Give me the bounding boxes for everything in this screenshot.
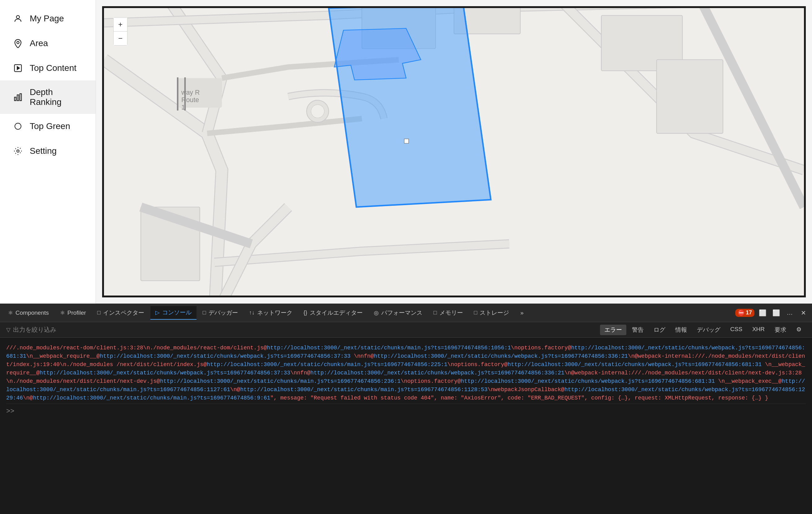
- svg-rect-17: [657, 60, 723, 133]
- stack-link[interactable]: http://localhost:3000/_next/static/chunk…: [99, 353, 350, 359]
- devtools-toolbar: ⚛ Components ⚛ Profiler □ インスペクター ▷ コンソー…: [0, 304, 812, 322]
- tab-label: コンソール: [162, 309, 192, 317]
- dock-bottom-button[interactable]: ⬜: [757, 307, 768, 318]
- zoom-controls: + −: [113, 17, 127, 46]
- leaf-icon: [12, 121, 24, 132]
- performance-icon: ◎: [374, 310, 379, 316]
- svg-marker-3: [17, 66, 20, 69]
- tab-performance[interactable]: ◎ パフォーマンス: [369, 306, 427, 320]
- react-icon: ⚛: [8, 310, 13, 316]
- tab-label: ストレージ: [480, 309, 509, 317]
- svg-rect-4: [14, 97, 16, 101]
- secondary-buttons: エラー 警告 ログ 情報 デバッグ CSS XHR 要求 ⚙: [600, 324, 806, 335]
- tab-label: Components: [16, 310, 49, 316]
- filter-css-btn[interactable]: CSS: [726, 324, 747, 335]
- sidebar-item-top-content[interactable]: Top Content: [0, 56, 96, 81]
- tab-style-editor[interactable]: {} スタイルエディター: [299, 306, 368, 320]
- app-container: My Page Area: [0, 0, 812, 514]
- stack-link[interactable]: http://localhost:3000/_next/static/chunk…: [310, 370, 564, 376]
- devtools-content[interactable]: ///.node_modules/react-dom/client.js:3:2…: [0, 338, 812, 514]
- tab-profiler[interactable]: ⚛ Profiler: [55, 306, 91, 320]
- sidebar-item-my-page[interactable]: My Page: [0, 6, 96, 31]
- storage-icon: □: [474, 310, 477, 316]
- tab-memory[interactable]: □ メモリー: [429, 306, 468, 320]
- svg-point-0: [17, 16, 20, 19]
- error-icon: ⛔: [738, 310, 745, 316]
- tab-console[interactable]: ▷ コンソール: [150, 306, 197, 320]
- react-profiler-icon: ⚛: [60, 310, 65, 316]
- dock-side-button[interactable]: ⬜: [771, 307, 782, 318]
- filter-warning-btn[interactable]: 警告: [628, 324, 648, 335]
- map-container[interactable]: way R Route 1: [102, 6, 806, 297]
- gear-icon: [12, 145, 24, 156]
- sidebar-item-label: Top Content: [30, 63, 77, 73]
- tab-label: パフォーマンス: [381, 309, 423, 317]
- stack-link[interactable]: http://localhost:3000/_next/static/chunk…: [240, 387, 487, 393]
- prompt-arrow: >>: [6, 406, 14, 417]
- filter-debug-btn[interactable]: デバッグ: [693, 324, 725, 335]
- filter-settings-btn[interactable]: ⚙: [792, 324, 806, 335]
- tab-network[interactable]: ↑↓ ネットワーク: [244, 306, 297, 320]
- close-devtools-button[interactable]: ✕: [798, 307, 809, 318]
- zoom-out-button[interactable]: −: [114, 32, 127, 45]
- filter-request-btn[interactable]: 要求: [770, 324, 791, 335]
- svg-text:way R: way R: [181, 89, 200, 96]
- filter-icon: ▽: [6, 326, 10, 333]
- devtools-panel: ⚛ Components ⚛ Profiler □ インスペクター ▷ コンソー…: [0, 304, 812, 514]
- tab-inspector[interactable]: □ インスペクター: [92, 306, 149, 320]
- sidebar-item-area[interactable]: Area: [0, 31, 96, 56]
- person-icon: [12, 13, 24, 24]
- filter-info-btn[interactable]: 情報: [671, 324, 691, 335]
- stack-link[interactable]: http://localhost:3000/_next/static/chunk…: [39, 370, 290, 376]
- console-line: ///.node_modules/react-dom/client.js:3:2…: [6, 343, 806, 404]
- stack-link[interactable]: http://localhost:3000/_next/static/chunk…: [207, 362, 447, 368]
- network-icon: ↑↓: [249, 310, 255, 316]
- error-count: 17: [746, 310, 752, 316]
- more-label: »: [520, 310, 524, 316]
- svg-point-7: [15, 123, 21, 130]
- stack-link[interactable]: http://localhost:3000/_next/static/chunk…: [508, 362, 761, 368]
- svg-rect-21: [177, 77, 179, 111]
- tab-label: デバッガー: [209, 309, 238, 317]
- tab-more[interactable]: »: [515, 306, 528, 320]
- location-icon: [12, 38, 24, 49]
- filter-error-btn[interactable]: エラー: [600, 324, 626, 335]
- filter-log-btn[interactable]: ログ: [649, 324, 670, 335]
- tab-storage[interactable]: □ ストレージ: [469, 306, 514, 320]
- tab-label: メモリー: [439, 309, 463, 317]
- console-icon: ▷: [155, 309, 160, 316]
- zoom-in-button[interactable]: +: [114, 18, 127, 31]
- stack-link[interactable]: http://localhost:3000/_next/static/chunk…: [461, 378, 715, 384]
- sidebar-item-label: My Page: [30, 13, 64, 24]
- svg-point-20: [311, 105, 324, 118]
- stack-link[interactable]: http://localhost:3000/_next/static/chunk…: [160, 378, 401, 384]
- sidebar-item-label: Setting: [30, 146, 57, 156]
- tab-debugger[interactable]: □ デバッガー: [198, 306, 243, 320]
- more-options-button[interactable]: …: [784, 307, 795, 318]
- main-area: My Page Area: [0, 0, 812, 304]
- sidebar-item-label: Top Green: [30, 121, 70, 131]
- inspector-icon: □: [97, 310, 100, 316]
- console-prompt: >>: [6, 404, 806, 419]
- filter-placeholder: 出力を絞り込み: [13, 325, 56, 334]
- stack-link[interactable]: http://localhost:3000/_next/static/chunk…: [374, 353, 628, 359]
- tab-label: スタイルエディター: [310, 309, 363, 317]
- play-icon: [12, 62, 24, 74]
- filter-xhr-btn[interactable]: XHR: [748, 324, 769, 335]
- svg-rect-22: [184, 77, 186, 111]
- stack-link[interactable]: http://localhost:3000/_next/static/chunk…: [267, 345, 511, 351]
- svg-rect-6: [20, 94, 21, 101]
- tab-components[interactable]: ⚛ Components: [3, 306, 54, 320]
- tab-label: ネットワーク: [257, 309, 292, 317]
- error-badge: ⛔ 17: [735, 309, 754, 317]
- sidebar-item-label: Area: [30, 38, 48, 48]
- filter-input-area[interactable]: ▽ 出力を絞り込み: [6, 325, 596, 334]
- sidebar-item-depth-ranking[interactable]: Depth Ranking: [0, 81, 96, 114]
- svg-rect-5: [17, 95, 19, 101]
- sidebar-item-top-green[interactable]: Top Green: [0, 114, 96, 139]
- devtools-secondary-toolbar: ▽ 出力を絞り込み エラー 警告 ログ 情報 デバッグ CSS XHR 要求 ⚙: [0, 322, 812, 338]
- svg-text:Route: Route: [181, 96, 199, 104]
- stack-link[interactable]: http://localhost:3000/_next/static/chunk…: [33, 395, 270, 401]
- memory-icon: □: [434, 310, 437, 316]
- sidebar-item-setting[interactable]: Setting: [0, 139, 96, 163]
